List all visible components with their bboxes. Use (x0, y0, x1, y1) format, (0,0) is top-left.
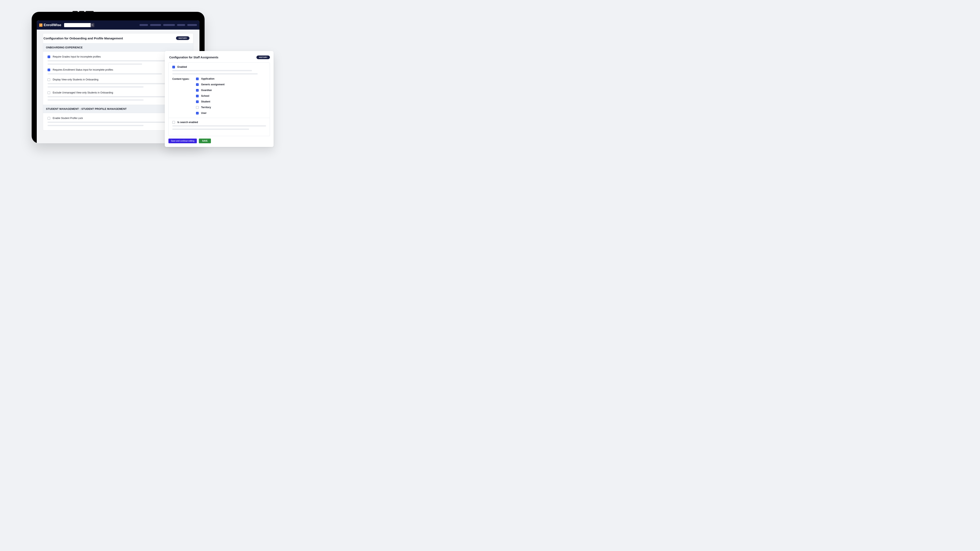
search-input[interactable] (64, 23, 91, 27)
tablet-physical-button (86, 11, 94, 12)
option-label: Is search enabled (177, 121, 198, 124)
checkbox-search-enabled[interactable] (172, 121, 175, 124)
checkbox[interactable] (48, 68, 50, 71)
nav-link-placeholder[interactable] (187, 24, 197, 26)
option-label: Display View-only Students in Onboarding (52, 78, 99, 81)
checkbox[interactable] (48, 78, 50, 81)
content-type-label: School (201, 94, 209, 97)
option-label: Requires Enrollment Status input for inc… (52, 68, 113, 71)
nav-link-placeholder[interactable] (163, 24, 175, 26)
content-type-item: School (196, 94, 224, 97)
search-button[interactable] (91, 23, 94, 27)
page-title: Configuration for Onboarding and Profile… (43, 37, 123, 40)
placeholder-line (48, 73, 162, 75)
checkbox[interactable] (196, 89, 199, 92)
option-label: Require Grades Input for incomplete prof… (52, 55, 101, 58)
option-label: Enable Student Profile Lock (52, 117, 83, 119)
option-label: Exclude Unmanaged View-only Students in … (52, 91, 113, 94)
content-type-item: Guardian (196, 89, 224, 92)
placeholder-description (172, 125, 266, 130)
brand-logo-icon (39, 24, 43, 27)
content-types-section: Content types: ApplicationGeneric assign… (172, 77, 266, 114)
nav-links-placeholder (140, 24, 197, 26)
placeholder-line (48, 86, 143, 87)
staff-page-title: Configuration for Staff Assignments (169, 56, 218, 59)
brand-name: EnrollWise (44, 23, 61, 27)
checkbox[interactable] (196, 95, 199, 97)
save-button[interactable]: SAVE (199, 138, 211, 143)
checkbox[interactable] (196, 78, 199, 80)
staff-card-header: Configuration for Staff Assignments HIST… (169, 55, 270, 62)
checkbox[interactable] (196, 83, 199, 86)
placeholder-line (172, 70, 252, 71)
checkbox[interactable] (48, 117, 50, 119)
content-type-item: User (196, 112, 224, 114)
placeholder-line (172, 73, 258, 75)
content-types-label: Content types: (172, 77, 192, 80)
section-title: ONBOARDING EXPERIENCE (46, 46, 190, 49)
option-search-enabled: Is search enabled (172, 121, 266, 130)
nav-link-placeholder[interactable] (177, 24, 185, 26)
save-continue-button[interactable]: Save and continue editing (169, 138, 197, 143)
top-navbar: EnrollWise (37, 21, 199, 30)
content-type-label: Application (201, 77, 215, 80)
content-type-label: User (201, 112, 207, 114)
content-type-label: Student (201, 100, 210, 103)
section-header: ONBOARDING EXPERIENCE (43, 43, 193, 52)
brand: EnrollWise (39, 23, 61, 27)
search-wrap (64, 23, 94, 27)
placeholder-description (172, 70, 266, 75)
config-card-header: Configuration for Onboarding and Profile… (43, 33, 193, 43)
checkbox[interactable] (196, 106, 199, 109)
tablet-physical-button (79, 11, 84, 12)
checkbox[interactable] (196, 112, 199, 114)
content-types-list: ApplicationGeneric assignmentGuardianSch… (196, 77, 224, 114)
content-type-item: Territory (196, 106, 224, 109)
option-enabled: Enabled (172, 65, 266, 75)
nav-link-placeholder[interactable] (150, 24, 161, 26)
checkbox[interactable] (48, 56, 50, 58)
history-button[interactable]: HISTORY (256, 56, 270, 59)
placeholder-line (172, 129, 249, 130)
staff-inner-card: Enabled Content types: ApplicationGeneri… (169, 62, 270, 136)
checkbox[interactable] (196, 100, 199, 103)
placeholder-line (48, 125, 143, 126)
placeholder-line (48, 99, 143, 101)
content-type-label: Guardian (201, 89, 212, 92)
content-type-label: Generic assignment (201, 83, 224, 86)
content-type-item: Application (196, 77, 224, 80)
actions: Save and continue editing SAVE (169, 138, 270, 143)
content-type-item: Generic assignment (196, 83, 224, 86)
search-icon (91, 24, 94, 26)
tablet-physical-button (73, 11, 78, 12)
tablet-physical-buttons (73, 11, 94, 12)
staff-config-card: Configuration for Staff Assignments HIST… (165, 51, 274, 147)
placeholder-line (48, 64, 142, 65)
checkbox-enabled[interactable] (172, 66, 175, 68)
checkbox[interactable] (48, 91, 50, 94)
history-button[interactable]: HISTORY (176, 37, 189, 40)
content-type-item: Student (196, 100, 224, 103)
nav-link-placeholder[interactable] (140, 24, 148, 26)
placeholder-line (172, 125, 266, 127)
content-type-label: Territory (201, 106, 211, 109)
option-label: Enabled (177, 65, 187, 68)
